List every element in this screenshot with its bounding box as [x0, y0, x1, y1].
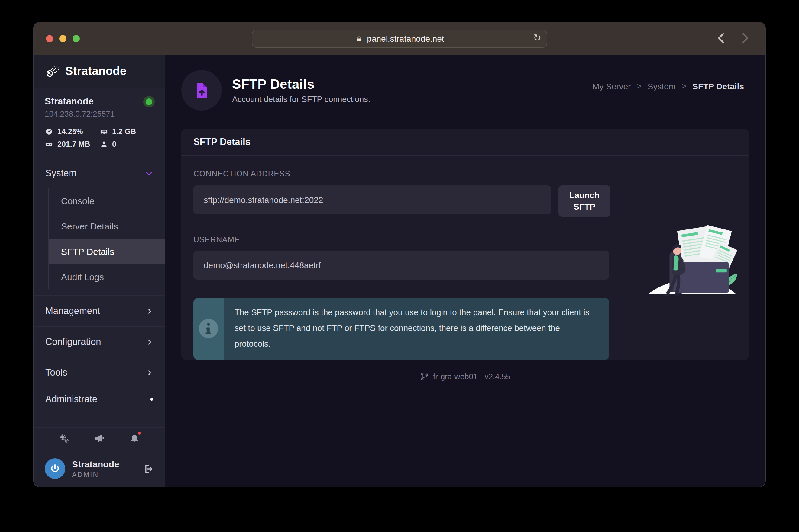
nav-group-administrate[interactable]: Administrate • — [34, 386, 165, 413]
zoom-button[interactable] — [73, 35, 80, 42]
launch-sftp-button[interactable]: Launch SFTP — [559, 185, 611, 217]
card-title: SFTP Details — [181, 129, 749, 156]
page-title: SFTP Details — [232, 77, 370, 92]
nav-group-configuration[interactable]: Configuration — [34, 328, 165, 355]
info-strip — [194, 298, 224, 360]
user-info: Stratanode ADMIN — [72, 459, 120, 478]
nav-divider — [34, 295, 165, 296]
sidebar-item-audit-logs[interactable]: Audit Logs — [49, 264, 165, 289]
nav-group-administrate-label: Administrate — [45, 394, 97, 404]
comet-logo-icon — [45, 64, 60, 78]
user-panel: Stratanode ADMIN — [34, 451, 165, 487]
server-address: 104.238.0.72:25571 — [45, 109, 154, 118]
memory-icon — [99, 128, 108, 136]
username-field[interactable]: demo@stratanode.net.448aetrf — [194, 251, 609, 280]
connection-address-label: CONNECTION ADDRESS — [194, 169, 290, 178]
browser-toolbar: panel.stratanode.net ↻ — [34, 22, 765, 55]
page-titles: SFTP Details Account details for SFTP co… — [232, 77, 370, 104]
git-branch-icon — [420, 372, 429, 381]
forward-icon[interactable] — [740, 32, 749, 44]
chevron-right-icon — [146, 369, 153, 377]
cpu-value: 14.25% — [57, 128, 83, 136]
chevron-right-icon — [146, 307, 153, 315]
disk-icon — [45, 140, 53, 149]
user-name: Stratanode — [72, 459, 120, 470]
user-role: ADMIN — [72, 471, 120, 478]
server-summary: Stratanode 104.238.0.72:25571 14.25% — [34, 88, 165, 156]
nav-group-tools[interactable]: Tools — [34, 359, 165, 386]
chevron-down-icon — [144, 169, 153, 178]
nav-group-system-label: System — [45, 168, 76, 179]
browser-window: panel.stratanode.net ↻ — [34, 22, 765, 487]
build-footer: fr-gra-web01 - v2.4.55 — [181, 372, 749, 381]
lock-icon — [355, 35, 363, 42]
sidebar-footer: Stratanode ADMIN — [34, 427, 165, 487]
sftp-details-card: SFTP Details CONNECTION ADDRESS sftp://d… — [181, 129, 749, 360]
server-name: Stratanode — [45, 96, 94, 107]
page-header: SFTP Details Account details for SFTP co… — [181, 70, 749, 111]
administrate-dot: • — [150, 394, 153, 404]
nav-group-system[interactable]: System — [34, 160, 165, 187]
user-icon — [99, 140, 108, 149]
power-icon — [50, 463, 60, 474]
url-text: panel.stratanode.net — [367, 34, 444, 43]
system-subnav: Console Server Details SFTP Details Audi… — [48, 188, 165, 289]
announcements-megaphone-icon[interactable] — [94, 433, 105, 444]
breadcrumb-my-server[interactable]: My Server — [592, 81, 631, 91]
main-content: SFTP Details Account details for SFTP co… — [165, 55, 765, 487]
avatar[interactable] — [45, 458, 65, 479]
info-text: The SFTP password is the password that y… — [224, 298, 609, 360]
breadcrumb-separator: > — [682, 81, 686, 91]
sidebar-item-server-details[interactable]: Server Details — [49, 213, 165, 239]
connection-address-field[interactable]: sftp://demo.stratanode.net:2022 — [194, 185, 551, 214]
disk-value: 201.7 MB — [57, 140, 90, 149]
page-subtitle: Account details for SFTP connections. — [232, 95, 370, 104]
server-status-online-dot — [146, 98, 152, 105]
memory-stat: 1.2 GB — [99, 128, 154, 136]
breadcrumb-separator: > — [637, 81, 641, 91]
nav-group-management-label: Management — [45, 306, 100, 317]
players-value: 0 — [112, 140, 116, 149]
cpu-stat: 14.25% — [45, 128, 99, 136]
sftp-illustration — [646, 217, 738, 299]
reload-icon[interactable]: ↻ — [533, 32, 541, 43]
nav-divider — [34, 357, 165, 358]
info-icon — [198, 319, 219, 339]
memory-value: 1.2 GB — [112, 128, 136, 136]
notifications-bell-icon[interactable] — [128, 433, 140, 444]
url-bar[interactable]: panel.stratanode.net ↻ — [252, 30, 547, 48]
notification-badge-dot — [138, 432, 141, 435]
sidebar-item-sftp-details[interactable]: SFTP Details — [49, 239, 165, 264]
sidebar-item-console[interactable]: Console — [49, 188, 165, 213]
page-icon-badge — [181, 70, 222, 111]
disk-stat: 201.7 MB — [45, 140, 99, 149]
chevron-right-icon — [146, 338, 153, 346]
back-icon[interactable] — [717, 32, 726, 44]
nav-group-tools-label: Tools — [45, 367, 67, 378]
sidebar-icon-row — [34, 427, 165, 451]
server-stats: 14.25% — [45, 128, 154, 149]
sidebar: Stratanode Stratanode 104.238.0.72:25571 — [34, 55, 165, 487]
sftp-info-callout: The SFTP password is the password that y… — [194, 298, 609, 360]
file-upload-icon — [192, 81, 211, 100]
build-version-text: fr-gra-web01 - v2.4.55 — [433, 372, 510, 381]
brand-name: Stratanode — [65, 64, 127, 78]
players-stat: 0 — [99, 140, 154, 149]
minimize-button[interactable] — [59, 35, 67, 42]
settings-gears-icon[interactable] — [59, 433, 70, 444]
nav-group-configuration-label: Configuration — [45, 336, 101, 347]
breadcrumb-system[interactable]: System — [648, 81, 676, 91]
window-controls — [46, 35, 80, 42]
screen: panel.stratanode.net ↻ — [0, 0, 799, 532]
brand[interactable]: Stratanode — [34, 55, 165, 88]
logout-icon[interactable] — [143, 463, 154, 474]
breadcrumb-current: SFTP Details — [692, 81, 744, 91]
nav-group-management[interactable]: Management — [34, 298, 165, 324]
nav-divider — [34, 326, 165, 327]
close-button[interactable] — [46, 35, 53, 42]
browser-nav-arrows — [717, 32, 749, 44]
gauge-icon — [45, 128, 53, 136]
breadcrumb: My Server > System > SFTP Details — [592, 81, 749, 91]
sidebar-nav: System Console Server Details SFTP Detai… — [34, 156, 165, 413]
